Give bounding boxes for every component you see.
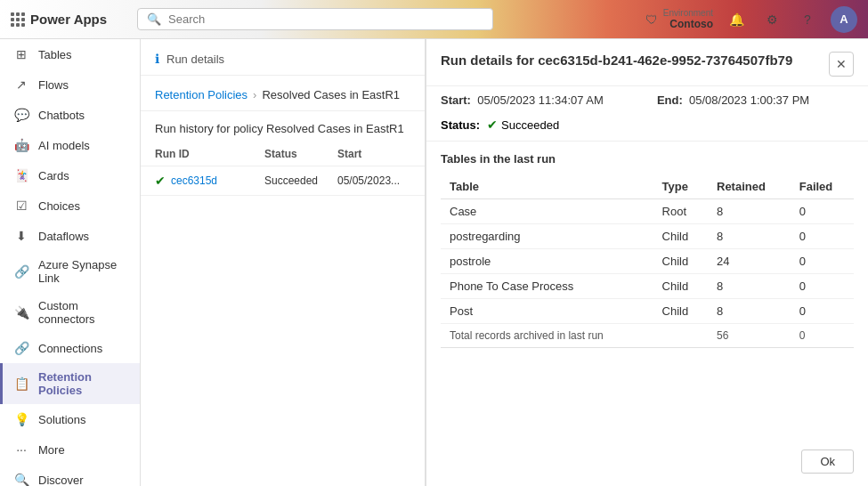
sidebar-item-more[interactable]: ··· More (0, 434, 140, 465)
left-panel: ℹ Run details Retention Policies › Resol… (141, 39, 426, 486)
cell-failed: 0 (791, 199, 854, 224)
retention-policies-icon: 📋 (13, 376, 29, 392)
table-row[interactable]: ✔ cec6315d Succeeded 05/05/2023... (141, 166, 425, 196)
sidebar-item-ai-models[interactable]: 🤖 AI models (0, 130, 140, 160)
azure-synapse-icon: 🔗 (13, 263, 29, 279)
data-table: Table Type Retained Failed CaseRoot80pos… (441, 174, 854, 348)
close-button[interactable]: ✕ (829, 52, 854, 77)
sidebar-item-chatbots[interactable]: 💬 Chatbots (0, 100, 140, 130)
grid-icon (11, 12, 25, 27)
status-label: Status: (441, 118, 480, 132)
sidebar: ⊞ Tables ↗ Flows 💬 Chatbots 🤖 AI models … (0, 39, 141, 486)
sidebar-item-label: More (38, 443, 65, 457)
data-table-row: PostChild80 (441, 299, 854, 324)
panel-header: ℹ Run details (141, 39, 425, 76)
tables-section-title: Tables in the last run (441, 152, 854, 166)
solutions-icon: 💡 (13, 411, 29, 427)
cell-table: postregarding (441, 224, 653, 249)
app-logo: Power Apps (11, 12, 126, 27)
cell-retained: 56 (708, 324, 791, 348)
ok-button[interactable]: Ok (801, 450, 854, 474)
sidebar-item-retention-policies[interactable]: 📋 Retention Policies (0, 363, 140, 404)
sidebar-item-label: Solutions (38, 413, 85, 426)
run-details-title: Run details for cec6315d-b241-462e-9952-… (441, 52, 792, 69)
run-id-value: cec6315d (171, 174, 217, 187)
settings-button[interactable]: ⚙ (759, 7, 784, 32)
cell-type: Root (653, 199, 708, 224)
cell-retained: 8 (708, 199, 791, 224)
cell-failed: 0 (791, 274, 854, 299)
sidebar-item-label: Flows (38, 78, 69, 92)
col-retained: Retained (708, 174, 791, 199)
start-label: Start: 05/05/2023 11:34:07 AM (441, 93, 604, 107)
sidebar-item-connections[interactable]: 🔗 Connections (0, 333, 140, 363)
status-check-icon: ✔ (487, 117, 498, 132)
run-history-title: Run history for policy Resolved Cases in… (141, 111, 425, 142)
flows-icon: ↗ (13, 77, 29, 93)
user-avatar[interactable]: A (831, 6, 857, 33)
cell-failed: 0 (791, 249, 854, 274)
col-table: Table (441, 174, 653, 199)
environment-info: 🛡 Environment Contoso (645, 8, 713, 30)
dataflows-icon: ⬇ (13, 228, 29, 244)
notification-button[interactable]: 🔔 (724, 7, 749, 32)
status-row: Status: ✔ Succeeded (426, 114, 868, 142)
sidebar-item-label: Retention Policies (38, 370, 129, 397)
run-table-header: Run ID Status Start (141, 142, 425, 166)
breadcrumb-link[interactable]: Retention Policies (155, 88, 247, 101)
cell-type: Child (653, 224, 708, 249)
sidebar-item-label: Discover (38, 474, 84, 487)
sidebar-item-label: Dataflows (38, 230, 89, 243)
sidebar-item-label: Connections (38, 342, 102, 355)
data-table-header-row: Table Type Retained Failed (441, 174, 854, 199)
sidebar-item-solutions[interactable]: 💡 Solutions (0, 404, 140, 434)
sidebar-item-choices[interactable]: ☑ Choices (0, 190, 140, 221)
col-failed: Failed (791, 174, 854, 199)
discover-icon: 🔍 (13, 472, 29, 486)
end-label: End: 05/08/2023 1:00:37 PM (657, 93, 809, 107)
panel-header-text: Run details (166, 53, 224, 66)
sidebar-item-custom-connectors[interactable]: 🔌 Custom connectors (0, 292, 140, 333)
data-table-row: postregardingChild80 (441, 224, 854, 249)
cell-type (653, 324, 708, 348)
tables-icon: ⊞ (13, 46, 29, 62)
sidebar-item-tables[interactable]: ⊞ Tables (0, 39, 140, 69)
breadcrumb-current: Resolved Cases in EastR1 (262, 88, 400, 101)
run-id-cell: ✔ cec6315d (155, 174, 264, 188)
app-name: Power Apps (30, 12, 107, 27)
right-panel-header: Run details for cec6315d-b241-462e-9952-… (426, 39, 868, 86)
search-input[interactable] (168, 12, 483, 26)
cell-table: Case (441, 199, 653, 224)
meta-row: Start: 05/05/2023 11:34:07 AM End: 05/08… (426, 86, 868, 114)
sidebar-item-flows[interactable]: ↗ Flows (0, 69, 140, 100)
success-icon: ✔ (155, 174, 166, 188)
sidebar-item-azure-synapse[interactable]: 🔗 Azure Synapse Link (0, 251, 140, 292)
tables-section: Tables in the last run Table Type Retain… (426, 142, 868, 441)
search-bar[interactable]: 🔍 (137, 8, 493, 30)
connections-icon: 🔗 (13, 340, 29, 356)
status-value: ✔ Succeeded (487, 117, 559, 132)
data-table-row: CaseRoot80 (441, 199, 854, 224)
environment-name: Contoso (669, 18, 713, 30)
sidebar-item-dataflows[interactable]: ⬇ Dataflows (0, 221, 140, 251)
more-icon: ··· (13, 441, 29, 458)
sidebar-item-discover[interactable]: 🔍 Discover (0, 465, 140, 486)
search-icon: 🔍 (147, 12, 161, 26)
sidebar-item-label: Choices (38, 199, 80, 213)
start-cell: 05/05/2023... (337, 174, 410, 187)
start-label-text: Start: (441, 93, 471, 107)
ai-models-icon: 🤖 (13, 137, 29, 153)
end-value: 05/08/2023 1:00:37 PM (689, 93, 809, 107)
col-header-status: Status (264, 148, 337, 160)
start-value: 05/05/2023 11:34:07 AM (477, 93, 604, 107)
cell-retained: 8 (708, 274, 791, 299)
sidebar-item-label: Azure Synapse Link (38, 258, 129, 285)
sidebar-item-label: AI models (38, 139, 90, 152)
help-button[interactable]: ? (795, 7, 820, 32)
cell-retained: 24 (708, 249, 791, 274)
data-table-row: Phone To Case ProcessChild80 (441, 274, 854, 299)
cell-table: Total records archived in last run (441, 324, 653, 348)
environment-display: Environment Contoso (663, 8, 713, 30)
sidebar-item-cards[interactable]: 🃏 Cards (0, 160, 140, 190)
cell-type: Child (653, 274, 708, 299)
